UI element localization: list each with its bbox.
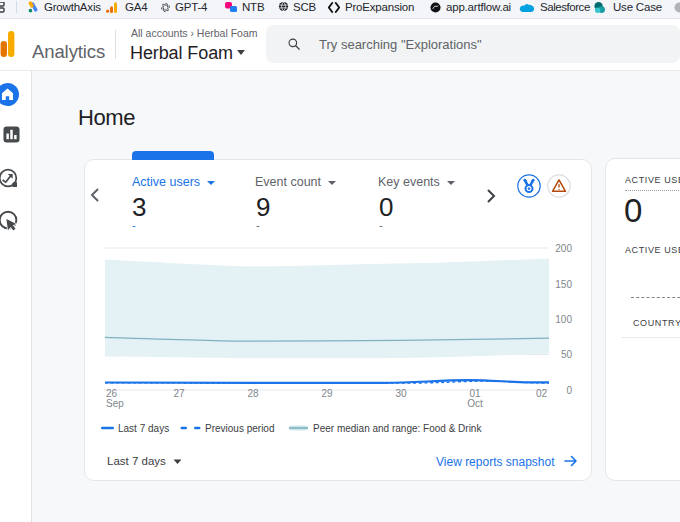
svg-text:02: 02 (536, 388, 548, 399)
svg-text:150: 150 (555, 279, 572, 290)
svg-text:50: 50 (561, 349, 573, 360)
svg-text:0: 0 (566, 385, 572, 396)
svg-text:Last 7 days: Last 7 days (107, 455, 166, 467)
svg-text:100: 100 (555, 314, 572, 325)
svg-text:28: 28 (247, 388, 259, 399)
svg-text:29: 29 (321, 388, 333, 399)
svg-text:Peer median and range: Food &: Peer median and range: Food & Drink (313, 423, 482, 434)
svg-text:Last 7 days: Last 7 days (118, 423, 169, 434)
svg-text:Sep: Sep (106, 398, 124, 409)
svg-text:27: 27 (173, 388, 185, 399)
svg-text:30: 30 (395, 388, 407, 399)
svg-text:200: 200 (555, 243, 572, 254)
svg-text:Oct: Oct (467, 398, 483, 409)
svg-text:Previous period: Previous period (205, 423, 274, 434)
svg-text:View reports snapshot: View reports snapshot (436, 455, 555, 469)
